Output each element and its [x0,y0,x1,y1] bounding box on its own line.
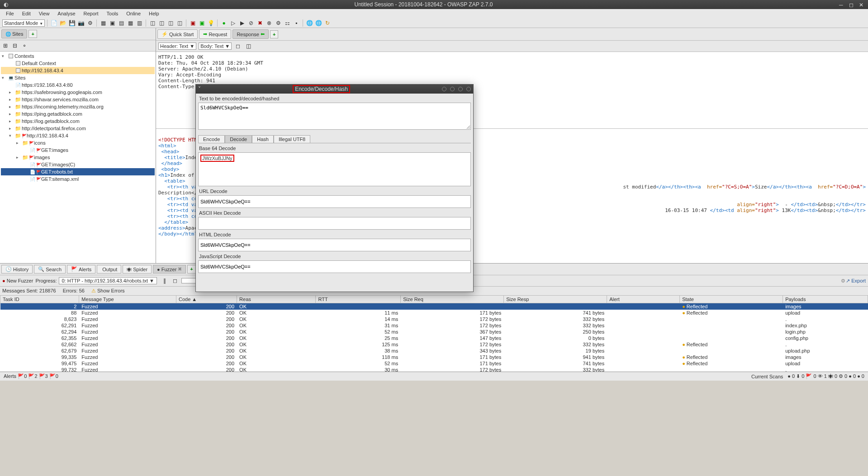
tree-item[interactable]: ▸https://shavar.services.mozilla.com [1,96,155,103]
fuzzer-gear-icon[interactable] [841,278,845,284]
url-decode-output[interactable] [198,195,471,208]
tree-item[interactable]: http://192.168.43.4 [1,67,155,74]
fuzzer-table-container[interactable]: Task IDMessage TypeCode ▲ReasRTTSize Req… [0,295,868,372]
tree-item[interactable]: ▸https://ping.getadblock.com [1,110,155,118]
tab-response[interactable]: Response ⬅ [232,29,269,39]
tree-item[interactable]: ▸ images [1,154,155,161]
dialog-tab-encode[interactable]: Encode [198,135,225,143]
dialog-restore-icon[interactable] [458,87,463,91]
dialog-close-icon[interactable] [466,87,471,91]
table-row[interactable]: 62,662Fuzzed200OK125 ms172 bytes332 byte… [0,341,868,348]
col-state[interactable]: State [680,296,783,303]
layout-2-icon[interactable]: ▣ [108,19,116,27]
tree-filter-icon[interactable]: ⚬ [20,42,28,50]
show-errors-button[interactable]: ⚠ Show Errors [91,288,125,294]
html-decode-output[interactable] [198,239,471,251]
tree-expand-icon[interactable]: ⊞ [1,42,9,50]
step-icon[interactable]: ▷ [229,19,237,27]
tab-history[interactable]: 🕓 History [1,265,33,273]
window-controls[interactable]: ─ ◻ ✕ [839,2,864,7]
header-view-select[interactable]: Header: Text ▼ [158,42,196,50]
tree-item[interactable]: ▾Contexts [1,52,155,60]
addon-mgr-icon[interactable]: ▣ [198,19,206,27]
equals-icon[interactable]: ⚏ [283,19,291,27]
js-decode-output[interactable] [198,260,471,273]
tab-quickstart[interactable]: ⚡ Quick Start [157,29,198,39]
tree-collapse-icon[interactable]: ⊟ [11,42,19,50]
tab-fuzzer[interactable]: ● Fuzzer ✖ [153,265,186,273]
dialog-tab-hash[interactable]: Hash [252,135,274,143]
view-single-icon[interactable]: ◻ [234,42,242,50]
col-code[interactable]: Code ▲ [176,296,237,303]
tree-item[interactable]: ▸https://safebrowsing.googleapis.com [1,89,155,96]
col-size-req[interactable]: Size Req [401,296,504,303]
tab-request[interactable]: ➡ Request [199,29,231,39]
tree-item[interactable]: ▸ icons [1,139,155,146]
table-row[interactable]: 99,335Fuzzed200OK118 ms171 bytes941 byte… [0,354,868,360]
tip-icon[interactable]: 💡 [207,19,215,27]
break-del-icon[interactable]: ⊗ [265,19,273,27]
browser-2-icon[interactable]: 🌐 [314,19,323,27]
tabs-2-icon[interactable]: ◫ [157,19,166,27]
col-alert[interactable]: Alert [607,296,680,303]
tab-sites[interactable]: Sites [1,29,27,38]
table-row[interactable]: 88Fuzzed200OK11 ms171 bytes741 bytes● Re… [0,310,868,316]
layout-5-icon[interactable]: ▥ [135,19,143,27]
options-icon[interactable]: ⚙ [86,19,94,27]
col-task-id[interactable]: Task ID [0,296,79,303]
dialog-tab-decode[interactable]: Decode [225,135,252,143]
tree-item[interactable]: ▸https://log.getadblock.com [1,118,155,125]
menu-view[interactable]: View [35,10,53,17]
tree-item[interactable]: ▾Sites [1,74,155,81]
browser-1-icon[interactable]: 🌐 [305,19,313,27]
ascii-hex-output[interactable] [198,217,471,230]
view-split-icon[interactable]: ◫ [244,42,252,50]
base64-output[interactable]: JWzXuBJJNy [198,152,471,186]
col-payloads[interactable]: Payloads [783,296,868,303]
col-size-resp[interactable]: Size Resp [504,296,607,303]
tabs-3-icon[interactable]: ◫ [166,19,175,27]
layout-4-icon[interactable]: ▦ [126,19,134,27]
table-row[interactable]: 62,355Fuzzed200OK25 ms147 bytes0 bytesco… [0,335,868,341]
bottom-tab-add[interactable]: + [187,265,195,273]
menu-edit[interactable]: Edit [19,10,34,17]
tree-item[interactable]: GET:images [1,146,155,154]
tree-item[interactable]: ▸https://incoming.telemetry.mozilla.org [1,103,155,110]
col-reas[interactable]: Reas [237,296,316,303]
gear-icon[interactable]: ⚙ [274,19,282,27]
tree-item[interactable]: https://192.168.43.4:80 [1,81,155,89]
menu-online[interactable]: Online [123,10,144,17]
table-row[interactable]: 8,623Fuzzed200OK14 ms172 bytes332 bytes. [0,316,868,322]
dialog-tab-illegal-utf8[interactable]: Illegal UTF8 [274,135,310,143]
menu-tools[interactable]: Tools [103,10,122,17]
encode-decode-dialog[interactable]: ˅ Encode/Decode/Hash Text to be encoded/… [195,84,474,292]
pause-icon[interactable]: ‖ [161,277,169,285]
progress-select[interactable]: 0: HTTP - http://192.168.43.4/robots.txt… [59,277,157,284]
close-icon[interactable]: ✕ [859,2,864,7]
tree-item[interactable]: GET:robots.txt [1,168,155,175]
tab-alerts[interactable]: 🚩 Alerts [67,265,95,273]
tabs-4-icon[interactable]: ◫ [175,19,184,27]
snapshot-icon[interactable]: 📷 [77,19,85,27]
stop-icon[interactable]: ⊘ [247,19,255,27]
open-session-icon[interactable]: 📂 [59,19,67,27]
dialog-input[interactable] [198,103,471,130]
record-icon[interactable]: ● [220,19,228,27]
table-row[interactable]: 62,291Fuzzed200OK31 ms172 bytes332 bytes… [0,322,868,329]
dialog-titlebar[interactable]: ˅ Encode/Decode/Hash [196,85,473,94]
sites-tree[interactable]: ▾ContextsDefault Contexthttp://192.168.4… [0,52,156,263]
addon-icon[interactable]: ▣ [189,19,197,27]
break-add-icon[interactable]: ✖ [256,19,264,27]
layout-3-icon[interactable]: ▤ [117,19,125,27]
tab-search[interactable]: 🔍 Search [34,265,66,273]
terminal-icon[interactable]: ▪ [292,19,300,27]
col-message-type[interactable]: Message Type [79,296,176,303]
tabs-1-icon[interactable]: ◫ [148,19,157,27]
tree-item[interactable]: ▾ http://192.168.43.4 [1,132,155,139]
tab-add-right[interactable]: + [270,30,278,38]
layout-1-icon[interactable]: ▦ [99,19,107,27]
table-row[interactable]: 2Fuzzed200OK● Reflectedimages [0,303,868,310]
table-row[interactable]: 62,294Fuzzed200OK52 ms367 bytes250 bytes… [0,329,868,335]
dialog-max-icon[interactable] [450,87,455,91]
refresh-icon[interactable]: ↻ [323,19,332,27]
